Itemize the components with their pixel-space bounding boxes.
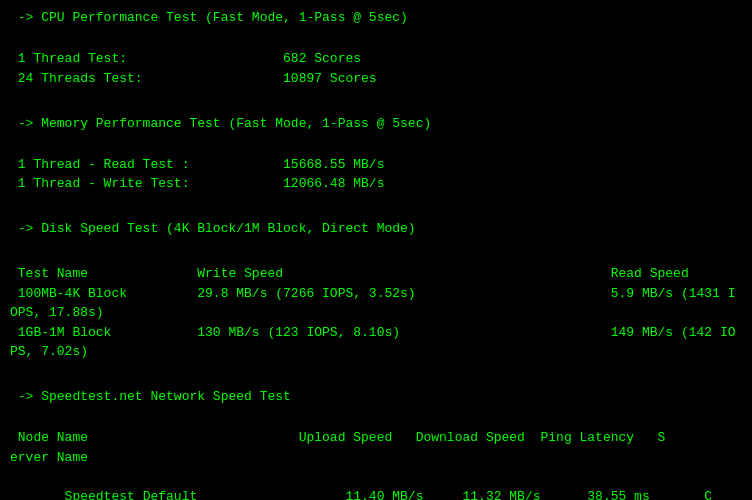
speedtest-default-name: Speedtest Default 11.40 MB/s 11.32 MB/s … [57, 489, 712, 501]
disk-row-2-line1: 1GB-1M Block 130 MB/s (123 IOPS, 8.10s) … [10, 323, 742, 343]
cpu-header: -> CPU Performance Test (Fast Mode, 1-Pa… [10, 8, 742, 28]
speedtest-row-default: Speedtest Default 11.40 MB/s 11.32 MB/s … [10, 467, 742, 500]
memory-row-2: 1 Thread - Write Test: 12066.48 MB/s [10, 174, 742, 194]
disk-row-1-line1: 100MB-4K Block 29.8 MB/s (7266 IOPS, 3.5… [10, 284, 742, 304]
disk-empty-row [10, 200, 742, 220]
terminal-output: -> CPU Performance Test (Fast Mode, 1-Pa… [10, 8, 742, 500]
cpu-section: -> CPU Performance Test (Fast Mode, 1-Pa… [10, 8, 742, 88]
memory-row-1: 1 Thread - Read Test : 15668.55 MB/s [10, 155, 742, 175]
memory-section: -> Memory Performance Test (Fast Mode, 1… [10, 94, 742, 194]
disk-empty-row2 [10, 241, 742, 261]
speedtest-section: -> Speedtest.net Network Speed Test Node… [10, 368, 742, 501]
disk-table-header: Test Name Write Speed Read Speed [10, 264, 742, 284]
speedtest-table-header-line1: Node Name Upload Speed Download Speed Pi… [10, 428, 742, 448]
cpu-row-2: 24 Threads Test: 10897 Scores [10, 69, 742, 89]
speedtest-header: -> Speedtest.net Network Speed Test [10, 387, 742, 407]
cpu-empty-row [10, 30, 742, 50]
speedtest-empty-row [10, 368, 742, 388]
memory-header: -> Memory Performance Test (Fast Mode, 1… [10, 114, 742, 134]
disk-row-1-line2: OPS, 17.88s) [10, 303, 742, 323]
speedtest-table-header-line2: erver Name [10, 448, 742, 468]
disk-header: -> Disk Speed Test (4K Block/1M Block, D… [10, 219, 742, 239]
memory-empty-row2 [10, 135, 742, 155]
cpu-row-1: 1 Thread Test: 682 Scores [10, 49, 742, 69]
disk-section: -> Disk Speed Test (4K Block/1M Block, D… [10, 200, 742, 362]
speedtest-empty-row2 [10, 409, 742, 429]
disk-row-2-line2: PS, 7.02s) [10, 342, 742, 362]
memory-empty-row [10, 94, 742, 114]
